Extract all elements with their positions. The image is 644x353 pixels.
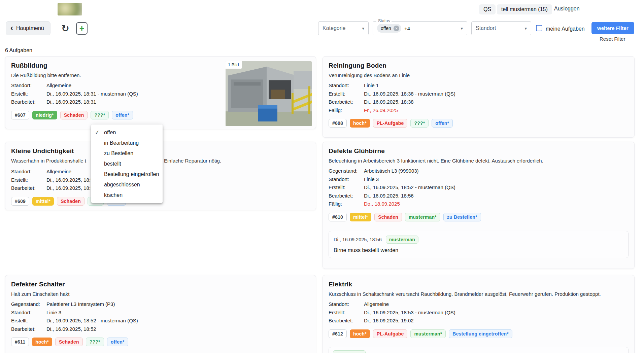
task-details: Gegenstand: Palettierer L3 Intersystem (… <box>11 300 310 333</box>
detail-label: Standort: <box>11 309 46 317</box>
detail-row: Bearbeitet: Di., 16.09.2025, 18:52 <box>11 325 310 333</box>
category-badge[interactable]: Schaden <box>57 197 84 206</box>
task-id-badge: #612 <box>329 329 347 338</box>
assignee-badge[interactable]: ???* <box>86 338 104 346</box>
priority-badge[interactable]: hoch* <box>350 329 370 338</box>
task-title: Elektrik <box>329 281 629 288</box>
status-menu-item-offen[interactable]: ✓ offen <box>91 127 163 138</box>
detail-value: Di., 16.09.2025, 18:56 <box>364 192 414 200</box>
assignee-badge[interactable]: ???* <box>410 119 429 128</box>
status-menu-item-in-bearbeitung[interactable]: in Bearbeitung <box>91 138 163 148</box>
detail-label: Erstellt: <box>11 176 46 184</box>
app-logo[interactable] <box>58 3 82 15</box>
detail-label: Erstellt: <box>11 90 46 98</box>
detail-row: Bearbeitet: Di., 16.09.2025, 19:02 <box>329 317 629 325</box>
main-menu-back-button[interactable]: ‹ Hauptmenü <box>6 21 50 35</box>
assignee-badge[interactable]: musterman* <box>410 329 446 338</box>
task-photo-thumbnail[interactable]: 1 Bild <box>226 61 312 126</box>
detail-row: Erstellt: Di., 16.09.2025, 18:38 - muste… <box>329 90 629 98</box>
detail-row: Erstellt: Di., 16.09.2025, 18:52 - muste… <box>329 183 629 192</box>
task-title: Defekte Glühbirne <box>329 147 629 155</box>
category-badge[interactable]: PL-Aufgabe <box>373 119 408 128</box>
status-badge[interactable]: zu Bestellen* <box>443 213 481 221</box>
status-badge[interactable]: Bestellung eingetroffen* <box>449 329 512 338</box>
status-menu-item-loeschen[interactable]: löschen <box>91 190 163 200</box>
status-menu-item-abgeschlossen[interactable]: abgeschlossen <box>91 179 163 190</box>
status-menu-item-bestellt[interactable]: bestellt <box>91 158 163 169</box>
detail-label: Fällig: <box>329 106 364 115</box>
status-menu-item-zu-bestellen[interactable]: zu Bestellen <box>91 148 163 158</box>
detail-value: Arbeitstisch L3 (999003) <box>364 167 419 175</box>
comment-box: Di., 16.09.2025, 18:56 musterman Birne m… <box>329 231 629 258</box>
priority-badge[interactable]: mittel* <box>350 213 371 221</box>
category-badge[interactable]: Schaden <box>60 111 88 119</box>
detail-row: Standort: Linie 3 <box>329 175 629 184</box>
detail-value: Di., 16.09.2025, 18:52 - musterman (QS) <box>46 317 138 325</box>
status-select[interactable]: Status offen ✕ +4 ▾ <box>373 21 467 35</box>
plus-icon: + <box>79 24 84 33</box>
standort-select-label: Standort <box>476 25 496 31</box>
menu-item-label: zu Bestellen <box>104 150 133 156</box>
detail-value: Di., 16.09.2025, 18:38 - musterman (QS) <box>364 90 455 98</box>
task-description: Kurzschluss in Schaltschrank verursacht … <box>329 291 629 297</box>
refresh-button[interactable]: ↻ <box>59 22 72 35</box>
status-select-label: Status <box>376 19 392 23</box>
detail-label: Bearbeitet: <box>329 192 364 200</box>
add-task-button[interactable]: + <box>76 22 88 35</box>
category-badge[interactable]: Schaden <box>374 213 402 221</box>
standort-select[interactable]: Standort ▾ <box>471 21 531 35</box>
detail-value: Di., 16.09.2025, 18:38 <box>364 98 414 106</box>
priority-badge[interactable]: hoch* <box>350 119 370 128</box>
detail-label: Gegenstand: <box>11 300 46 309</box>
remove-filter-icon[interactable]: ✕ <box>394 26 399 31</box>
task-card-611: Defekter Schalter Halt zum Einschalten h… <box>5 275 316 353</box>
task-description-part2: Einfache Reparatur nötig. <box>164 158 221 164</box>
task-id-badge: #611 <box>11 338 29 346</box>
main-menu-back-label: Hauptmenü <box>16 25 44 31</box>
meine-aufgaben-checkbox[interactable] <box>536 25 542 31</box>
menu-item-label: Bestellung eingetroffen <box>104 171 159 177</box>
assignee-badge[interactable]: musterman* <box>405 213 440 221</box>
task-id-badge: #610 <box>329 213 347 221</box>
weitere-filter-button[interactable]: weitere Filter <box>591 22 634 34</box>
task-details: Standort: Linie 1 Erstellt: Di., 16.09.2… <box>329 81 629 114</box>
status-badge[interactable]: offen* <box>107 338 128 346</box>
menu-item-label: abgeschlossen <box>104 182 140 188</box>
status-filter-chip: offen ✕ <box>377 24 401 33</box>
status-menu-item-bestellung-eingetroffen[interactable]: Bestellung eingetroffen <box>91 169 163 179</box>
task-count: 6 Aufgaben <box>5 47 32 54</box>
detail-row: Fällig: Fr., 26.09.2025 <box>329 106 629 115</box>
comment-author-badge: musterman <box>386 236 418 244</box>
detail-row: Erstellt: Di., 16.09.2025, 18:52 - muste… <box>11 317 310 325</box>
comment-author-badge: musterman <box>333 350 366 353</box>
status-badge[interactable]: offen* <box>432 119 453 128</box>
menu-item-label: in Bearbeitung <box>104 140 139 146</box>
photo-image <box>226 61 312 126</box>
priority-badge[interactable]: mittel* <box>32 197 54 206</box>
meine-aufgaben-label[interactable]: meine Aufgaben <box>546 26 585 32</box>
due-date-value: Fr., 26.09.2025 <box>364 106 398 115</box>
comment-header: musterman <box>333 350 624 353</box>
detail-label: Standort: <box>11 81 46 90</box>
logout-button[interactable]: Ausloggen <box>554 6 580 12</box>
detail-value: Di., 16.09.2025, 18:52 - musterman (QS) <box>364 183 455 192</box>
status-badge[interactable]: offen* <box>112 111 133 119</box>
detail-label: Bearbeitet: <box>11 98 46 106</box>
detail-value: Di., 16.09.2025, 18:31 <box>46 98 96 106</box>
task-badges: #612 hoch* PL-Aufgabe musterman* Bestell… <box>329 329 629 338</box>
status-filter-chip-label: offen <box>381 26 391 31</box>
task-card-612: Elektrik Kurzschluss in Schaltschrank ve… <box>323 275 635 353</box>
category-badge[interactable]: PL-Aufgabe <box>373 329 408 338</box>
detail-row: Fällig: Do., 18.09.2025 <box>329 200 629 208</box>
detail-label: Erstellt: <box>329 90 364 98</box>
task-id-badge: #608 <box>329 119 347 128</box>
user-menu-button[interactable]: tell musterman (15) <box>497 4 552 14</box>
kategorie-select[interactable]: Kategorie ▾ <box>318 21 369 35</box>
logo-image <box>58 3 82 15</box>
category-badge[interactable]: Schaden <box>55 338 83 346</box>
reset-filter-link[interactable]: Reset Filter <box>600 36 625 42</box>
comment-box: musterman <box>329 347 629 353</box>
priority-badge[interactable]: hoch* <box>32 338 52 346</box>
assignee-badge[interactable]: ???* <box>91 111 109 119</box>
priority-badge[interactable]: niedrig* <box>32 111 57 119</box>
